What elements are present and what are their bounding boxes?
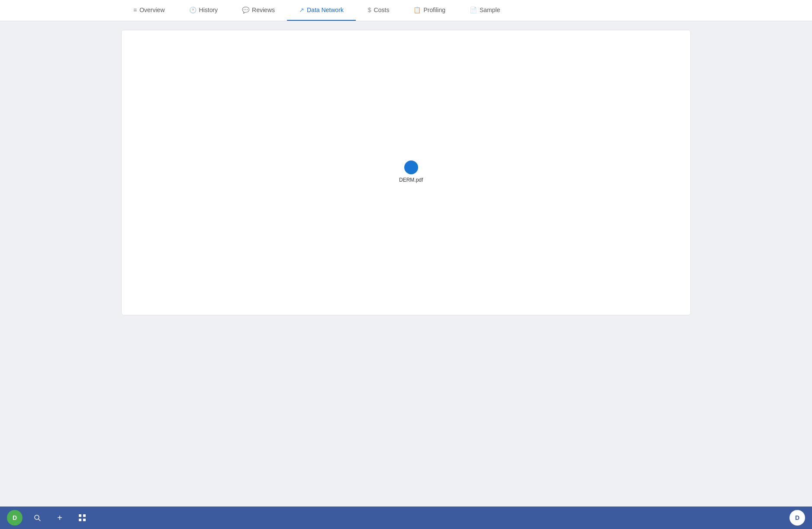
search-button[interactable] (29, 510, 45, 526)
node-circle (404, 160, 418, 174)
tab-history[interactable]: 🕐 History (177, 0, 230, 21)
network-canvas: DERM.pdf (121, 30, 691, 315)
tab-data-network-label: Data Network (307, 6, 344, 13)
tab-costs-label: Costs (374, 6, 390, 13)
sample-icon: 📄 (470, 6, 477, 13)
tab-sample[interactable]: 📄 Sample (458, 0, 512, 21)
node-label: DERM.pdf (399, 177, 423, 183)
left-sidebar (0, 21, 113, 507)
tab-history-label: History (199, 6, 218, 13)
grid-button[interactable] (74, 510, 90, 526)
overview-icon: ≡ (133, 6, 137, 13)
tab-overview[interactable]: ≡ Overview (121, 0, 177, 21)
top-nav: ≡ Overview 🕐 History 💬 Reviews ↗ Data Ne… (0, 0, 812, 21)
svg-rect-5 (83, 519, 86, 521)
svg-rect-3 (83, 514, 86, 517)
user-avatar[interactable]: D (789, 510, 805, 526)
tab-reviews[interactable]: 💬 Reviews (230, 0, 287, 21)
svg-line-1 (39, 519, 40, 521)
avatar-letter: D (795, 514, 799, 521)
data-network-icon: ↗ (299, 6, 304, 13)
tab-costs[interactable]: $ Costs (356, 0, 402, 21)
history-icon: 🕐 (189, 6, 197, 13)
content-area: DERM.pdf (113, 21, 699, 507)
main-layout: DERM.pdf (0, 21, 812, 507)
tab-reviews-label: Reviews (252, 6, 275, 13)
taskbar: D + D (0, 507, 812, 529)
network-node-derm[interactable]: DERM.pdf (399, 160, 423, 183)
profiling-icon: 📋 (413, 6, 421, 13)
tab-overview-label: Overview (139, 6, 164, 13)
svg-rect-4 (79, 519, 81, 521)
home-button[interactable]: D (7, 510, 23, 526)
tab-profiling[interactable]: 📋 Profiling (401, 0, 458, 21)
reviews-icon: 💬 (242, 6, 249, 13)
tab-profiling-label: Profiling (423, 6, 445, 13)
tab-sample-label: Sample (480, 6, 500, 13)
tab-data-network[interactable]: ↗ Data Network (287, 0, 356, 21)
costs-icon: $ (368, 6, 371, 13)
add-button[interactable]: + (52, 510, 68, 526)
svg-rect-2 (79, 514, 81, 517)
right-sidebar (699, 21, 812, 507)
